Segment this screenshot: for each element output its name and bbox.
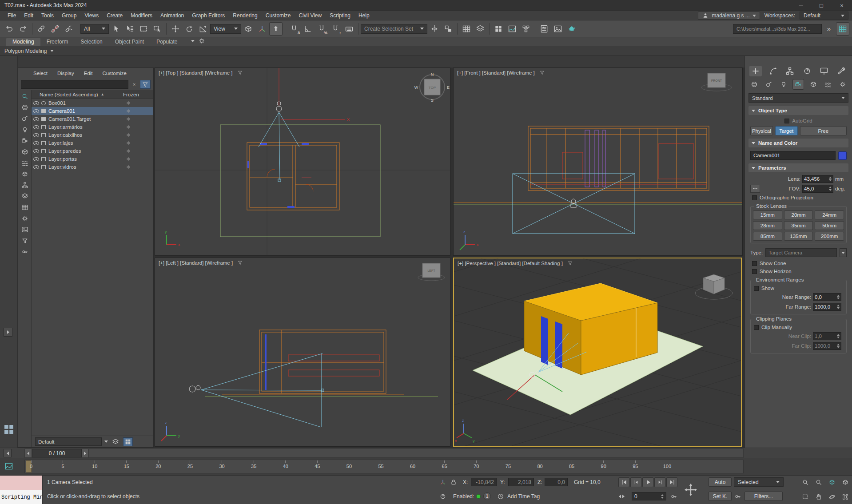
object-name[interactable]: Layer:portas bbox=[48, 156, 126, 162]
list-item[interactable]: Layer:portas bbox=[32, 155, 153, 163]
visibility-eye-icon[interactable] bbox=[33, 133, 39, 137]
env-show-checkbox[interactable] bbox=[754, 286, 759, 291]
menu-item[interactable]: File bbox=[4, 12, 20, 19]
funnel-icon[interactable] bbox=[567, 260, 573, 266]
window-crossing-button[interactable] bbox=[151, 22, 164, 36]
object-name[interactable]: Layer:vidros bbox=[48, 164, 126, 170]
fov-field[interactable]: 45,0 bbox=[802, 185, 833, 193]
undo-button[interactable] bbox=[3, 22, 16, 36]
clip-manually-checkbox[interactable] bbox=[754, 325, 759, 330]
select-and-manipulate-button[interactable] bbox=[255, 22, 269, 36]
viewport-left-canvas[interactable]: LEFT z y bbox=[155, 258, 450, 447]
explorer-filter-button[interactable] bbox=[140, 80, 151, 89]
stock-lens-button[interactable]: 85mm bbox=[753, 232, 782, 241]
time-slider-track[interactable]: 0 / 100 bbox=[24, 448, 744, 458]
key-mode-dropdown[interactable]: Selected bbox=[734, 477, 784, 487]
viewport-layout-tabs-icon[interactable] bbox=[2, 423, 16, 436]
spinner-control[interactable] bbox=[829, 187, 832, 191]
frame-step-buttons[interactable] bbox=[617, 492, 626, 501]
list-item[interactable]: Camera001.Target bbox=[32, 115, 153, 123]
selection-filter-dropdown[interactable]: All bbox=[80, 24, 109, 34]
create-selection-set-input[interactable]: Create Selection Set bbox=[361, 24, 427, 34]
ribbon-tab[interactable]: Selection bbox=[74, 38, 108, 46]
frozen-toggle-icon[interactable] bbox=[126, 116, 131, 122]
frozen-toggle-icon[interactable] bbox=[126, 124, 131, 130]
set-keys-button[interactable] bbox=[681, 478, 701, 501]
key-filters-icon[interactable] bbox=[733, 492, 743, 501]
chevron-down-icon[interactable] bbox=[104, 441, 108, 443]
scene-explorer-menu-item[interactable]: Edit bbox=[84, 71, 93, 76]
zoom-extents-button[interactable] bbox=[826, 477, 838, 488]
toolbar-extra-button[interactable] bbox=[836, 22, 849, 36]
ribbon-tab[interactable]: Freeform bbox=[40, 38, 75, 46]
zoom-extents-all-button[interactable] bbox=[840, 477, 851, 488]
stock-lens-button[interactable]: 35mm bbox=[784, 221, 813, 230]
rollout-parameters[interactable]: Parameters bbox=[748, 163, 848, 172]
stock-lens-button[interactable]: 28mm bbox=[753, 221, 782, 230]
tab-modify[interactable] bbox=[767, 66, 779, 76]
explorer-search-input[interactable] bbox=[21, 80, 128, 89]
toggle-scene-explorer-button[interactable] bbox=[460, 22, 473, 36]
category-systems[interactable] bbox=[837, 79, 848, 90]
reference-coordinate-dropdown[interactable]: View bbox=[210, 24, 241, 34]
minimize-button[interactable]: ─ bbox=[791, 0, 811, 11]
viewport-top-label[interactable]: [+] [Top ] [Standard] [Wireframe ] bbox=[159, 70, 233, 75]
schematic-view-button[interactable] bbox=[519, 22, 533, 36]
display-bones-button[interactable] bbox=[20, 213, 30, 223]
autogrid-checkbox[interactable] bbox=[784, 119, 789, 123]
angle-snap-button[interactable] bbox=[301, 22, 315, 36]
rendered-frame-window-button[interactable] bbox=[551, 22, 565, 36]
track-bar-band[interactable]: 0510152025303540455055606570758085909510… bbox=[24, 460, 744, 473]
show-horizon-checkbox[interactable] bbox=[752, 269, 757, 274]
display-space-warps-button[interactable] bbox=[20, 158, 30, 168]
selection-lock-icon[interactable] bbox=[449, 478, 458, 487]
frozen-toggle-icon[interactable] bbox=[126, 100, 131, 106]
orthographic-checkbox[interactable] bbox=[752, 195, 757, 200]
menu-item[interactable]: Group bbox=[58, 12, 80, 19]
menu-item[interactable]: Modifiers bbox=[127, 12, 156, 19]
funnel-icon[interactable] bbox=[237, 260, 243, 266]
object-name[interactable]: Camera001 bbox=[48, 108, 126, 114]
near-range-field[interactable]: 0,0 bbox=[813, 293, 841, 301]
object-type-button[interactable]: Target bbox=[775, 126, 798, 135]
category-cameras[interactable] bbox=[792, 79, 804, 90]
menu-item[interactable]: Edit bbox=[20, 12, 37, 19]
collapse-timeline-button[interactable] bbox=[4, 449, 12, 457]
key-filters-button[interactable]: Filters... bbox=[745, 492, 783, 501]
pan-button[interactable] bbox=[813, 492, 824, 502]
snap-toggle-3d-button[interactable]: 3 bbox=[287, 22, 301, 36]
object-name[interactable]: Layer:lajes bbox=[48, 140, 126, 146]
fov-direction-button[interactable] bbox=[750, 185, 760, 193]
ribbon-tab[interactable]: Object Paint bbox=[109, 38, 150, 46]
display-groups-button[interactable] bbox=[20, 169, 30, 179]
visibility-eye-icon[interactable] bbox=[33, 125, 39, 129]
key-mode-toggle-icon[interactable] bbox=[669, 492, 679, 501]
scene-explorer-menu-item[interactable]: Select bbox=[33, 71, 48, 76]
spinner-control[interactable] bbox=[837, 334, 840, 338]
viewport-front-canvas[interactable]: FRONT x z bbox=[454, 68, 743, 256]
next-frame-button[interactable] bbox=[654, 477, 665, 487]
zoom-region-button[interactable] bbox=[800, 492, 811, 502]
polygon-modeling-label[interactable]: Polygon Modeling bbox=[4, 48, 47, 54]
viewport-perspective-canvas[interactable]: z x y bbox=[454, 258, 741, 446]
visibility-eye-icon[interactable] bbox=[33, 101, 39, 105]
clear-search-button[interactable]: × bbox=[130, 82, 138, 87]
selection-region-button[interactable] bbox=[137, 22, 150, 36]
filter-list-button[interactable] bbox=[20, 235, 30, 246]
close-button[interactable]: × bbox=[832, 0, 852, 11]
funnel-icon[interactable] bbox=[237, 70, 243, 75]
show-cone-checkbox[interactable] bbox=[752, 261, 757, 266]
display-xrefs-button[interactable] bbox=[20, 180, 30, 190]
object-name[interactable]: Layer:caixilhos bbox=[48, 132, 126, 138]
expand-panel-button[interactable] bbox=[4, 328, 12, 337]
list-item[interactable]: Layer:vidros bbox=[32, 163, 153, 171]
menu-item[interactable]: Rendering bbox=[229, 12, 261, 19]
redo-button[interactable] bbox=[16, 22, 30, 36]
go-to-end-button[interactable] bbox=[666, 477, 677, 487]
frozen-column-header[interactable]: Frozen bbox=[123, 92, 151, 97]
display-lights-button[interactable] bbox=[20, 124, 30, 135]
zoom-all-button[interactable] bbox=[813, 477, 824, 488]
toggle-layer-explorer-button[interactable] bbox=[474, 22, 487, 36]
list-item[interactable]: Layer:caixilhos bbox=[32, 131, 153, 139]
ribbon-config-icon[interactable] bbox=[198, 37, 205, 44]
